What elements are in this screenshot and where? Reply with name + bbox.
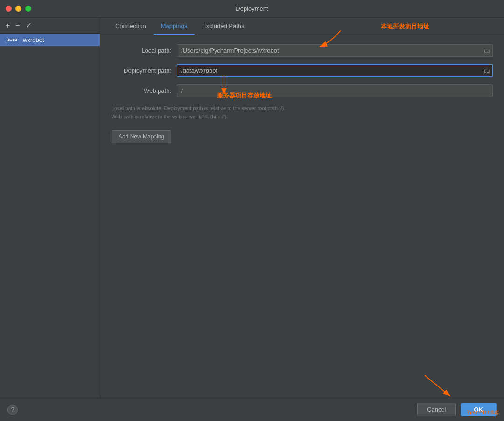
- window-title: Deployment: [236, 5, 268, 12]
- main-container: + − ✓ SFTP wxrobot Connection Mappings E…: [0, 18, 504, 398]
- local-path-input[interactable]: [177, 44, 493, 57]
- titlebar: Deployment: [0, 0, 504, 18]
- bottom-bar: ? Cancel OK: [0, 398, 504, 421]
- deployment-path-label: Deployment path:: [112, 67, 177, 74]
- minimize-button[interactable]: [15, 6, 21, 12]
- hint-text: Local path is absolute. Deployment path …: [112, 104, 493, 121]
- ok-button[interactable]: OK: [461, 403, 497, 416]
- sidebar: + − ✓ SFTP wxrobot: [0, 18, 100, 398]
- web-path-label: Web path:: [112, 87, 177, 94]
- sftp-badge: SFTP: [5, 37, 19, 43]
- window-controls[interactable]: [6, 6, 31, 12]
- local-path-label: Local path:: [112, 47, 177, 54]
- web-path-row: Web path:: [112, 84, 493, 97]
- deployment-path-input[interactable]: [177, 64, 493, 77]
- tab-mappings[interactable]: Mappings: [154, 18, 195, 35]
- close-button[interactable]: [6, 6, 12, 12]
- sidebar-toolbar: + − ✓: [0, 18, 100, 34]
- deployment-path-input-wrapper: 🗂: [177, 64, 493, 77]
- local-path-input-wrapper: 🗂: [177, 44, 493, 57]
- deployment-path-row: Deployment path: 🗂: [112, 64, 493, 77]
- hint-line2: Web path is relative to the web server U…: [112, 114, 228, 119]
- remove-server-button[interactable]: −: [14, 21, 21, 30]
- cancel-button[interactable]: Cancel: [417, 403, 455, 416]
- maximize-button[interactable]: [25, 6, 31, 12]
- deployment-path-folder-button[interactable]: 🗂: [483, 68, 490, 74]
- tab-connection[interactable]: Connection: [108, 18, 154, 35]
- tab-excluded-paths[interactable]: Excluded Paths: [195, 18, 252, 35]
- local-path-row: Local path: 🗂: [112, 44, 493, 57]
- web-path-input-wrapper: [177, 84, 493, 97]
- sidebar-item-label: wxrobot: [23, 36, 44, 43]
- hint-line1: Local path is absolute. Deployment path …: [112, 105, 285, 111]
- local-path-folder-button[interactable]: 🗂: [483, 48, 490, 54]
- content-area: Connection Mappings Excluded Paths Local…: [100, 18, 504, 398]
- check-button[interactable]: ✓: [24, 21, 34, 30]
- tabs-bar: Connection Mappings Excluded Paths: [100, 18, 504, 35]
- add-new-mapping-button[interactable]: Add New Mapping: [112, 130, 171, 143]
- sidebar-item-wxrobot[interactable]: SFTP wxrobot: [0, 34, 100, 46]
- help-button[interactable]: ?: [7, 405, 18, 415]
- web-path-input[interactable]: [177, 84, 493, 97]
- form-content: Local path: 🗂 Deployment path: 🗂 Web pat…: [100, 35, 504, 398]
- bottom-actions: Cancel OK: [417, 403, 497, 416]
- add-server-button[interactable]: +: [4, 21, 12, 30]
